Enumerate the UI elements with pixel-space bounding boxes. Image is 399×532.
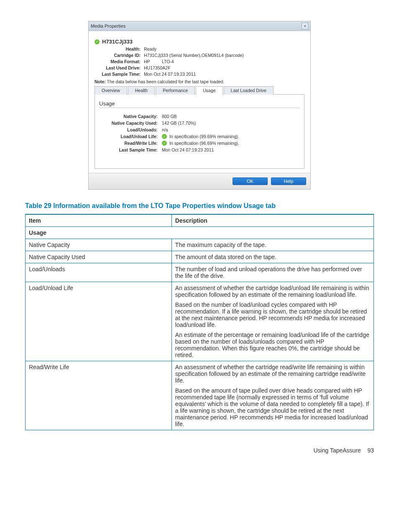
note-label: Note: bbox=[95, 79, 106, 84]
media-properties-dialog: Media Properties ✕ ✓ H731CJj333 Health: … bbox=[88, 21, 311, 190]
cartridge-id-label: Cartridge ID: bbox=[95, 53, 144, 58]
page-footer: Using TapeAssure 93 bbox=[25, 447, 374, 454]
table-caption: Table 29 Information available from the … bbox=[25, 202, 374, 210]
tab-usage[interactable]: Usage bbox=[196, 86, 223, 95]
note-text: The data below has been calculated for t… bbox=[107, 79, 225, 84]
tab-content-usage: Usage Native Capacity: 800 GB Native Cap… bbox=[95, 95, 304, 169]
dialog-title: Media Properties bbox=[91, 23, 125, 28]
th-item: Item bbox=[26, 214, 172, 227]
last-sample-time-label: Last Sample Time: bbox=[95, 72, 144, 77]
table-item: Read/Write Life bbox=[26, 361, 172, 430]
ok-button[interactable]: OK bbox=[233, 177, 268, 185]
info-table: Item Description Usage Native CapacityTh… bbox=[25, 214, 374, 430]
media-format-label: Media Format: bbox=[95, 59, 144, 64]
media-format-mfr: HP bbox=[144, 59, 161, 64]
health-label: Health: bbox=[95, 46, 144, 51]
table-item: Native Capacity bbox=[26, 239, 172, 251]
last-used-drive-label: Last Used Drive: bbox=[95, 65, 144, 70]
footer-text: Using TapeAssure bbox=[313, 447, 361, 454]
table-desc: The number of load and unload operations… bbox=[171, 263, 373, 282]
native-capacity-used-value: 142 GB (17.70%) bbox=[162, 121, 300, 126]
table-item: Load/Unloads bbox=[26, 263, 172, 282]
table-desc: The maximum capacity of the tape. bbox=[171, 239, 373, 251]
page-number: 93 bbox=[367, 447, 374, 454]
close-icon[interactable]: ✕ bbox=[302, 23, 308, 29]
load-unloads-label: Load/Unloads: bbox=[99, 127, 162, 132]
last-sample-time-value: Mon Oct 24 07:19:23 2011 bbox=[144, 72, 304, 77]
read-write-life-label: Read/Write Life: bbox=[99, 141, 162, 146]
load-unload-life-value: In specification (99.69% remaining). bbox=[169, 134, 239, 139]
th-desc: Description bbox=[171, 214, 373, 227]
tab-overview[interactable]: Overview bbox=[95, 86, 127, 95]
table-section: Usage bbox=[26, 227, 374, 239]
cartridge-id-value: H731CJj333 (Serial Number),OEM091L4 (bar… bbox=[144, 53, 304, 58]
media-title: ✓ H731CJj333 bbox=[95, 39, 304, 45]
tabs: Overview Health Performance Usage Last L… bbox=[95, 86, 304, 95]
table-desc: The amount of data stored on the tape. bbox=[171, 251, 373, 263]
native-capacity-label: Native Capacity: bbox=[99, 114, 162, 119]
usage-last-sample-time-label: Last Sample Time: bbox=[99, 147, 162, 152]
media-format-type: LTO-4 bbox=[162, 59, 174, 64]
native-capacity-value: 800 GB bbox=[162, 114, 300, 119]
read-write-life-value: In specification (96.69% remaining). bbox=[169, 141, 239, 146]
load-unloads-value: n/a bbox=[162, 127, 300, 132]
table-item: Native Capacity Used bbox=[26, 251, 172, 263]
health-value: Ready bbox=[144, 46, 304, 51]
last-used-drive-value: HU17350A2F bbox=[144, 65, 304, 70]
native-capacity-used-label: Native Capacity Used: bbox=[99, 121, 162, 126]
table-item: Load/Unload Life bbox=[26, 282, 172, 361]
tab-health[interactable]: Health bbox=[128, 86, 155, 95]
status-ok-icon: ✓ bbox=[162, 141, 167, 146]
tab-performance[interactable]: Performance bbox=[156, 86, 195, 95]
help-button[interactable]: Help bbox=[271, 177, 306, 185]
status-ok-icon: ✓ bbox=[162, 134, 167, 139]
table-desc: An assessment of whether the cartridge l… bbox=[171, 282, 373, 361]
load-unload-life-label: Load/Unload Life: bbox=[99, 134, 162, 139]
status-ok-icon: ✓ bbox=[95, 39, 100, 44]
section-title: Usage bbox=[99, 100, 300, 108]
media-name: H731CJj333 bbox=[102, 39, 133, 45]
dialog-titlebar: Media Properties ✕ bbox=[89, 21, 310, 31]
usage-last-sample-time-value: Mon Oct 24 07:19:23 2011 bbox=[162, 147, 300, 152]
table-desc: An assessment of whether the cartridge r… bbox=[171, 361, 373, 430]
tab-last-loaded-drive[interactable]: Last Loaded Drive bbox=[224, 86, 274, 95]
